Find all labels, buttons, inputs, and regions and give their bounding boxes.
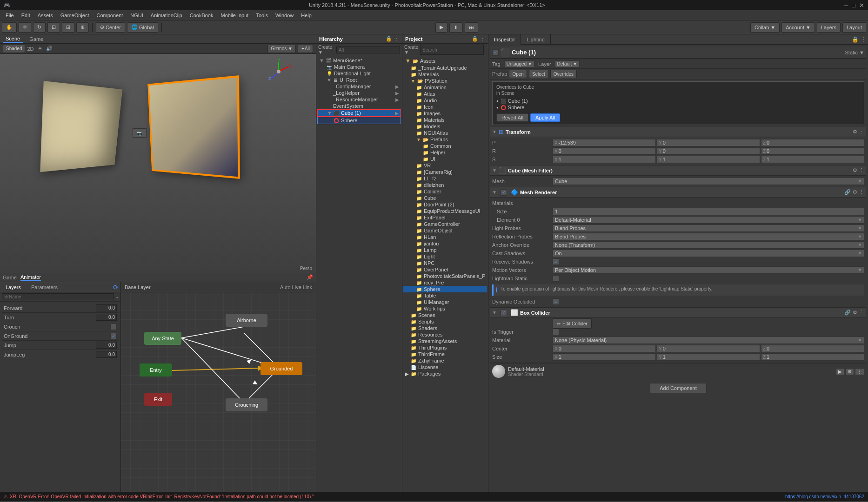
- state-entry[interactable]: Entry: [140, 363, 172, 376]
- hierarchy-item-cube1[interactable]: ▼ ⬛ Cube (1) ▶: [317, 109, 401, 117]
- project-llfz-folder[interactable]: 📁 LL_fz: [403, 175, 487, 182]
- menu-window[interactable]: Window: [272, 10, 297, 20]
- mr-link-icon[interactable]: 🔗: [844, 189, 851, 195]
- project-audio-folder[interactable]: 📁 Audio: [403, 97, 487, 104]
- project-exitpanel-folder[interactable]: 📁 ExitPanel: [403, 214, 487, 221]
- parameters-tab[interactable]: Parameters: [27, 284, 61, 290]
- hierarchy-item-eventsystem[interactable]: EventSystem: [317, 103, 401, 109]
- mesh-filter-menu-icon[interactable]: ⋮: [859, 167, 864, 173]
- project-light-folder[interactable]: 📁 Light: [403, 253, 487, 260]
- scale-tool[interactable]: ⊡: [47, 22, 60, 33]
- project-materials-folder[interactable]: 📁 Materials: [403, 71, 487, 78]
- menu-file[interactable]: File: [2, 10, 18, 20]
- bc-menu-icon[interactable]: ⋮: [859, 310, 864, 316]
- shaded-btn[interactable]: Shaded: [3, 45, 25, 53]
- transform-header[interactable]: ▼ ⊞ Transform ⚙ ⋮: [490, 127, 866, 137]
- receive-shadows-checkbox[interactable]: [553, 258, 559, 265]
- project-pvstation-folder[interactable]: ▼ 📂 PVStation: [403, 78, 487, 84]
- pivot-btn[interactable]: ⊕ Center: [96, 22, 125, 33]
- project-packages-folder[interactable]: ▶ 📁 Packages: [403, 370, 487, 377]
- move-tool[interactable]: ✛: [19, 22, 31, 33]
- physic-material-dropdown[interactable]: None (Physic Material) ▼: [553, 337, 864, 344]
- project-resources-folder[interactable]: 📁 Resources: [403, 331, 487, 338]
- add-component-btn[interactable]: Add Component: [650, 383, 707, 393]
- project-doorpoint-folder[interactable]: 📁 DoorPoint (2): [403, 201, 487, 208]
- menu-cookbook[interactable]: CookBook: [186, 10, 217, 20]
- project-uimanager-folder[interactable]: 📁 UIManager: [403, 299, 487, 305]
- hierarchy-menu-icon[interactable]: ⋮: [394, 36, 399, 42]
- rect-tool[interactable]: ⊞: [62, 22, 74, 33]
- menu-assets[interactable]: Assets: [34, 10, 57, 20]
- material-menu-btn[interactable]: ⋮: [855, 368, 864, 375]
- hierarchy-item-maincamera[interactable]: 📷 Main Camera: [317, 64, 401, 70]
- project-icon-folder[interactable]: 📁 Icon: [403, 104, 487, 110]
- project-hlan-folder[interactable]: 📁 HLan: [403, 234, 487, 240]
- account-btn[interactable]: Account ▼: [781, 22, 815, 33]
- rot-z-field[interactable]: Z 0: [761, 147, 864, 155]
- hand-tool[interactable]: ✋: [2, 22, 17, 33]
- menu-mobileinput[interactable]: Mobile Input: [217, 10, 252, 20]
- obj-static-dropdown[interactable]: Static ▼: [845, 50, 864, 55]
- collab-btn[interactable]: Collab ▼: [750, 22, 780, 33]
- project-zxhy-folder[interactable]: 📁 ZxhyFrame: [403, 357, 487, 364]
- project-gameobject-folder[interactable]: 📁 GameObject: [403, 227, 487, 234]
- menu-help[interactable]: Help: [297, 10, 315, 20]
- project-dileizhen-folder[interactable]: 📁 dileizhen: [403, 182, 487, 188]
- gizmo-widget[interactable]: X Y Z: [265, 58, 293, 86]
- project-camerarray-folder[interactable]: 📁 [CameraRig]: [403, 169, 487, 175]
- material-settings-btn[interactable]: ⚙: [845, 368, 854, 375]
- light-probes-dropdown[interactable]: Blend Probes ▼: [553, 225, 864, 232]
- inspector-menu-icon[interactable]: ⋮: [861, 36, 866, 43]
- mesh-renderer-enabled[interactable]: [501, 189, 507, 196]
- layers-tab[interactable]: Layers: [2, 284, 25, 290]
- param-jump-value[interactable]: [96, 342, 117, 349]
- animator-header-tab[interactable]: Animator: [20, 274, 41, 281]
- layers-btn[interactable]: Layers: [817, 22, 841, 33]
- center-y-field[interactable]: Y 0: [657, 345, 760, 352]
- state-crouching[interactable]: Crouching: [226, 398, 267, 411]
- project-ui-folder[interactable]: 📁 UI: [403, 156, 487, 162]
- material-preview-sphere[interactable]: [492, 365, 505, 378]
- hierarchy-search[interactable]: [336, 46, 400, 53]
- menu-component[interactable]: Component: [93, 10, 127, 20]
- hierarchy-lock-icon[interactable]: 🔒: [386, 36, 392, 42]
- param-turn-value[interactable]: [96, 314, 117, 321]
- project-vr-folder[interactable]: 📁 VR: [403, 162, 487, 169]
- center-z-field[interactable]: Z 0: [761, 345, 864, 352]
- project-liscense-folder[interactable]: 📄 Liscense: [403, 364, 487, 370]
- auto-live-link[interactable]: Auto Live Link: [280, 284, 312, 290]
- create-label[interactable]: Create ▼: [318, 45, 334, 55]
- obj-enabled-checkbox[interactable]: [492, 49, 499, 56]
- reflection-probes-dropdown[interactable]: Blend Probes ▼: [553, 233, 864, 240]
- project-create-btn[interactable]: Create ▼: [404, 45, 418, 55]
- pos-y-field[interactable]: Y 0: [657, 139, 760, 146]
- prefab-select-btn[interactable]: Select: [529, 70, 548, 78]
- cast-shadows-dropdown[interactable]: On ▼: [553, 250, 864, 257]
- project-rccy-folder[interactable]: 📁 rccy_Pre: [403, 279, 487, 286]
- prefab-overrides-btn[interactable]: Overrides: [550, 70, 577, 78]
- box-collider-enabled[interactable]: [501, 310, 507, 316]
- mesh-filter-settings-icon[interactable]: ⚙: [853, 167, 857, 173]
- hierarchy-item-configmanager[interactable]: _ConfigManager ▶: [317, 83, 401, 90]
- scale-x-field[interactable]: X 1: [553, 156, 656, 163]
- center-x-field[interactable]: X 0: [553, 345, 656, 352]
- param-jumpleg-value[interactable]: [96, 351, 117, 358]
- hierarchy-item-loghelper[interactable]: _LogHelper ▶: [317, 90, 401, 96]
- transform-settings-icon[interactable]: ⚙: [853, 129, 857, 135]
- project-streaming-folder[interactable]: 📁 StreamingAssets: [403, 338, 487, 344]
- all-dropdown[interactable]: ✦All: [298, 45, 313, 53]
- project-common-folder[interactable]: 📁 Common: [403, 143, 487, 149]
- override-item-cube[interactable]: ⬛ Cube (1): [496, 98, 860, 104]
- lightmap-static-checkbox[interactable]: [553, 275, 559, 282]
- revert-all-btn[interactable]: Revert All: [496, 113, 528, 122]
- lighting-tab[interactable]: Lighting: [521, 34, 551, 45]
- project-equip-folder[interactable]: 📁 EquipProductMessageUI: [403, 208, 487, 214]
- hierarchy-item-sphere[interactable]: ⭕ Sphere: [317, 117, 401, 124]
- param-forward-value[interactable]: [96, 304, 117, 311]
- panel-pin[interactable]: 📌: [307, 274, 313, 280]
- menu-edit[interactable]: Edit: [18, 10, 34, 20]
- pos-z-field[interactable]: Z 0: [761, 139, 864, 146]
- box-collider-header[interactable]: ▼ ⬜ Box Collider 🔗 ⚙ ⋮: [490, 308, 866, 318]
- bc-link-icon[interactable]: 🔗: [844, 310, 851, 316]
- rot-y-field[interactable]: Y 0: [657, 147, 760, 155]
